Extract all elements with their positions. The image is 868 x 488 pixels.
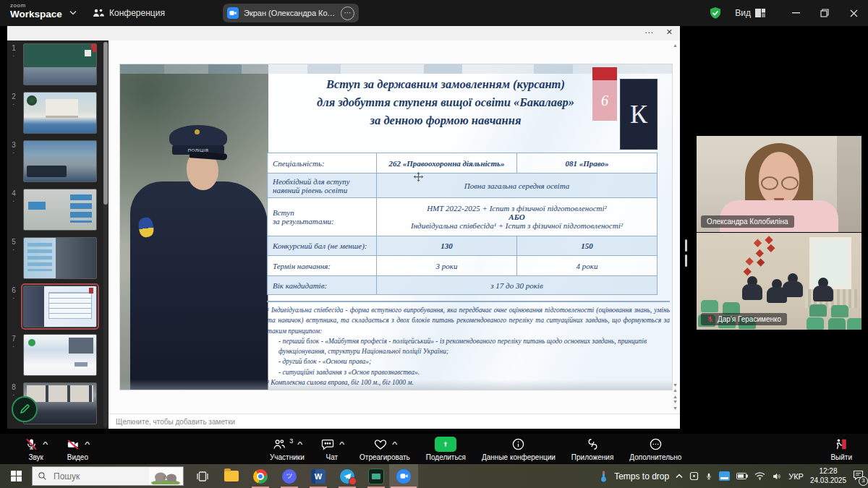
discord-button[interactable]: ツ	[275, 464, 304, 488]
security-shield-icon[interactable]	[709, 7, 722, 20]
slide-canvas: ▲ ▼ ▲▲ ▼▼ ПОЛІЦІЯ 6 К	[109, 40, 680, 413]
language-indicator[interactable]: УКР	[788, 472, 804, 481]
video-participant-2[interactable]: Дар'я Герасименко	[697, 233, 861, 330]
thumbnail-row: 5	[7, 237, 97, 279]
previous-slide-icon[interactable]: ▲▲	[673, 388, 678, 400]
start-button[interactable]	[0, 464, 32, 488]
search-icon	[38, 471, 47, 481]
telegram-button[interactable]	[333, 464, 362, 488]
battery-icon[interactable]	[736, 473, 748, 479]
minimize-button[interactable]	[781, 0, 810, 26]
tab-conference[interactable]: Конференция	[93, 0, 165, 26]
slide-thumbnail-6-selected[interactable]	[23, 286, 97, 328]
meeting-info-button[interactable]: Данные конференции	[475, 434, 562, 464]
touch-keyboard-icon[interactable]	[719, 471, 730, 481]
search-highlight-elephants	[149, 468, 182, 484]
word-button[interactable]: W	[304, 464, 333, 488]
slide-thumbnail-5[interactable]	[23, 237, 97, 279]
thumbnail-row: 3	[7, 140, 97, 182]
mic-muted-icon	[25, 437, 38, 451]
annotate-button[interactable]	[12, 396, 38, 422]
top-stripe-decoration	[120, 64, 672, 74]
participants-label: Участники	[270, 453, 305, 461]
audio-options-chevron[interactable]: ^	[43, 441, 48, 448]
chat-icon	[320, 437, 335, 451]
view-layout-icon	[755, 9, 765, 17]
react-label: Отреагировать	[359, 453, 410, 461]
panel-resize-handle[interactable]	[685, 239, 687, 252]
clock[interactable]: 12:28 24.03.2025	[810, 467, 846, 485]
taskbar-search[interactable]	[32, 466, 184, 486]
media-app-button[interactable]	[362, 464, 391, 488]
date: 24.03.2025	[810, 476, 846, 486]
table-row: Конкурсний бал (не менше): 130 150	[268, 236, 657, 256]
scroll-up-icon[interactable]: ▲	[673, 43, 678, 48]
video-options-chevron[interactable]: ^	[85, 441, 90, 448]
tray-mic-icon[interactable]	[705, 471, 712, 481]
mouse-cursor	[413, 171, 424, 182]
row-label: Вік кандидатів:	[268, 276, 376, 294]
slide-thumbnail-2[interactable]	[23, 92, 97, 134]
restore-button[interactable]	[810, 0, 839, 26]
share-screen-button[interactable]: Поделиться	[420, 434, 472, 464]
audio-button[interactable]: ^ Звук	[25, 434, 47, 464]
powerpoint-close-icon[interactable]: ✕	[666, 27, 673, 37]
react-button[interactable]: ^ Отреагировать	[353, 434, 417, 464]
next-slide-icon[interactable]: ▼▼	[673, 399, 678, 411]
slide-thumbnail-1[interactable]	[23, 43, 97, 85]
video-button[interactable]: ^ Видео	[66, 434, 89, 464]
react-chevron[interactable]: ^	[391, 441, 397, 448]
slide-thumbnail-7[interactable]	[23, 334, 97, 376]
screen: zoom Workspace Конференция Экран (Олекса…	[0, 0, 868, 488]
flower-decal	[765, 236, 773, 244]
video-participant-1[interactable]: Олександра Колобиліна	[697, 136, 861, 232]
titlebar-right: Вид	[709, 0, 868, 26]
telegram-icon	[340, 469, 354, 484]
view-button[interactable]: Вид	[735, 8, 765, 18]
slide-title-line3: за денною формою навчання	[268, 112, 623, 130]
slide-number: 5	[7, 237, 20, 279]
chat-button[interactable]: ^ Чат	[314, 434, 350, 464]
slide-number: 6	[7, 286, 20, 328]
more-button[interactable]: Дополнительно	[623, 434, 688, 464]
video-label: Видео	[67, 453, 88, 461]
file-explorer-button[interactable]	[217, 464, 246, 488]
thumbnail-row: 6	[7, 286, 97, 328]
weather-icon	[600, 470, 608, 482]
zoom-taskbar-button[interactable]	[389, 464, 418, 488]
slide-thumbnail-3[interactable]	[23, 140, 97, 182]
tray-expand-chevron[interactable]	[676, 474, 683, 479]
tab-options-icon[interactable]: ⋯	[341, 7, 354, 20]
chat-label: Чат	[326, 453, 339, 461]
logo-zoom-text: zoom	[10, 3, 62, 9]
task-view-icon	[196, 471, 209, 482]
tab-shared-screen[interactable]: Экран (Олександра Колобилін... ⋯	[223, 4, 359, 22]
notes-area[interactable]: Щелкните, чтобы добавить заметки	[109, 414, 680, 429]
apps-button[interactable]: Приложения	[565, 434, 621, 464]
participants-chevron[interactable]: ^	[297, 441, 303, 448]
powerpoint-top-strip: ⋯ ✕	[7, 26, 680, 41]
chat-chevron[interactable]: ^	[339, 441, 344, 448]
slide-thumbnail-4[interactable]	[23, 189, 97, 231]
admission-table: Спеціальність: 262 «Правоохоронна діяльн…	[267, 153, 658, 295]
windows-taskbar: ツ W Temps to drop УКР 12:28	[0, 464, 868, 488]
weather-text[interactable]: Temps to drop	[614, 471, 669, 481]
windows-icon	[11, 471, 22, 481]
chrome-button[interactable]	[246, 464, 275, 488]
table-row: Вступ за результатами: НМТ 2022-2025 + І…	[268, 198, 657, 236]
thumbnail-scrollbar[interactable]	[103, 42, 108, 427]
speaker-icon[interactable]	[772, 472, 782, 481]
participant-2-name: Дар'я Герасименко	[718, 315, 781, 323]
share-label: Поделиться	[426, 453, 466, 461]
participants-button[interactable]: 3 ^ Участники	[263, 434, 311, 464]
tray-app-icon[interactable]	[689, 471, 699, 481]
search-input[interactable]	[52, 471, 127, 482]
chevron-down-icon[interactable]	[69, 10, 77, 15]
wifi-icon[interactable]	[754, 472, 765, 480]
zoom-toolbar: ^ Звук ^ Видео 3 ^ Участники	[0, 434, 868, 464]
action-center-button[interactable]: 3	[853, 470, 864, 483]
close-button[interactable]	[839, 0, 868, 26]
leave-button[interactable]: Выйти	[830, 434, 852, 464]
powerpoint-more-icon[interactable]: ⋯	[644, 27, 654, 38]
task-view-button[interactable]	[188, 464, 217, 488]
